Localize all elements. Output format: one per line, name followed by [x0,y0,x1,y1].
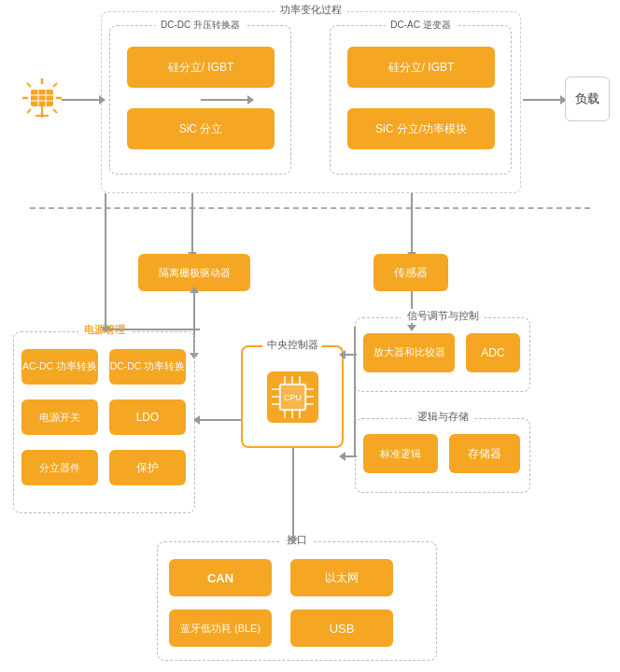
arrow-right-vert [354,327,356,457]
solar-icon [19,75,65,121]
dc-dc-label: DC-DC 升压转换器 [155,19,246,32]
arrow-left-vert-down [105,193,106,329]
cpu-container: 中央控制器 CPU [241,345,344,448]
if-box-2: 以太网 [290,559,393,596]
pm-box-2: DC-DC 功率转换 [109,349,186,385]
sc-box-2: ADC [466,333,520,372]
dc-ac-box2: SiC 分立/功率模块 [347,108,495,149]
svg-text:CPU: CPU [283,393,301,402]
power-conversion-container: 功率变化过程 DC-DC 升压转换器 硅分立/ IGBT SiC 分立 DC-A… [101,11,521,193]
dc-ac-label: DC-AC 逆变器 [385,19,456,32]
svg-line-4 [27,83,31,87]
arrow-dcdc-down [191,193,193,254]
ls-box-1: 标准逻辑 [363,434,438,473]
separator-line [30,207,590,209]
dc-dc-box1: 硅分立/ IGBT [127,47,275,88]
dc-ac-container: DC-AC 逆变器 硅分立/ IGBT SiC 分立/功率模块 [330,25,512,175]
sc-box-1: 放大器和比较器 [363,333,455,372]
dc-dc-box2: SiC 分立 [127,108,275,149]
power-management-container: 电源管理 AC-DC 功率转换 DC-DC 功率转换 电源开关 LDO 分立器件… [13,331,195,513]
arrow-dcdc-dcac [201,99,249,101]
pm-box-3: 电源开关 [21,399,98,435]
signal-conditioning-container: 信号调节与控制 放大器和比较器 ADC [355,317,530,392]
arrow-solar-dcdc [62,99,101,101]
logic-label: 逻辑与存储 [412,410,474,424]
arrow-cpu-interface [292,448,294,539]
dc-ac-box1: 硅分立/ IGBT [347,47,495,88]
svg-line-6 [53,83,57,87]
if-box-3: 蓝牙低功耗 (BLE) [169,609,272,647]
diagram-container: 功率变化过程 DC-DC 升压转换器 硅分立/ IGBT SiC 分立 DC-A… [0,0,620,672]
arrow-dcac-load [523,99,562,101]
pm-box-5: 分立器件 [21,450,98,485]
pm-box-4: LDO [109,399,186,435]
svg-rect-8 [31,90,53,106]
pm-box-1: AC-DC 功率转换 [21,349,98,385]
interface-container: 接口 CAN 以太网 蓝牙低功耗 (BLE) USB [157,541,437,661]
svg-line-5 [53,109,57,113]
arrow-dcac-down [411,193,413,254]
if-box-1: CAN [169,559,272,596]
load-box: 负载 [565,77,610,121]
sensor-box: 传感器 [373,254,448,291]
cpu-label: 中央控制器 [263,338,322,352]
svg-line-7 [27,109,31,113]
isolated-gate-driver-box: 隔离栅极驱动器 [138,254,250,291]
logic-storage-container: 逻辑与存储 标准逻辑 存储器 [355,418,530,493]
ls-box-2: 存储器 [449,434,520,473]
if-box-4: USB [290,609,393,647]
arrow-pm-cpu [198,419,245,421]
pm-box-6: 保护 [109,450,186,485]
cpu-chip: CPU [267,371,318,423]
arrow-left-h [105,329,200,330]
signal-label: 信号调节与控制 [402,309,485,323]
power-conversion-label: 功率变化过程 [275,3,347,17]
